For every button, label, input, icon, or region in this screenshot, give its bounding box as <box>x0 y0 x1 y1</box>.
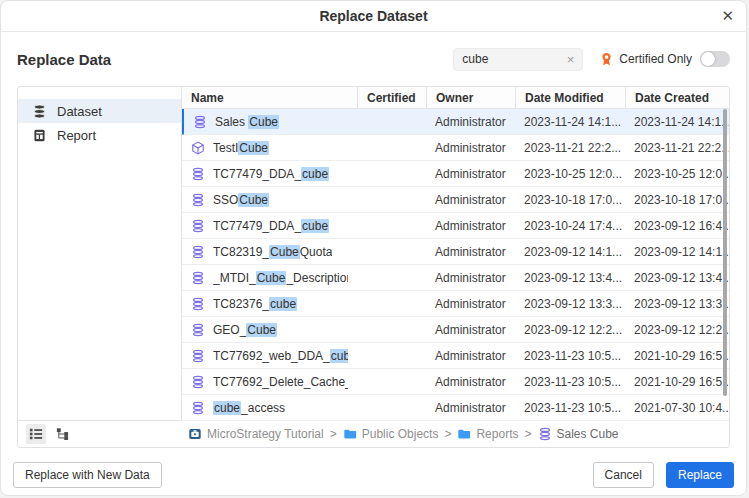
breadcrumb-item[interactable]: MicroStrategy Tutorial <box>188 427 324 441</box>
name-cell: Sales Cube <box>184 115 357 129</box>
column-header-owner[interactable]: Owner <box>426 87 515 108</box>
vertical-scrollbar[interactable] <box>723 109 727 396</box>
object-name: cube_access <box>213 401 285 415</box>
name-cell: TC77479_DDA_cube <box>182 219 357 233</box>
view-switcher <box>18 424 182 444</box>
column-header-certified[interactable]: Certified <box>357 87 426 108</box>
sidebar-item-dataset[interactable]: Dataset <box>18 99 181 123</box>
date-created-cell: 2023-11-21 22:2... <box>625 141 729 155</box>
dataset-icon <box>191 167 205 181</box>
table-row[interactable]: TC77479_DDA_cube Administrator 2023-10-2… <box>182 213 729 239</box>
toolbar: Replace Data × Certified Only <box>17 46 730 72</box>
owner-cell: Administrator <box>426 245 515 259</box>
list-view-button[interactable] <box>26 424 46 444</box>
name-cell: TC77479_DDA_cube <box>182 167 357 181</box>
section-title: Replace Data <box>17 51 111 68</box>
table-row[interactable]: TC77479_DDA_cube Administrator 2023-10-2… <box>182 161 729 187</box>
dialog-header: Replace Dataset ✕ <box>1 1 746 32</box>
replace-with-new-data-button[interactable]: Replace with New Data <box>13 462 162 488</box>
date-created-cell: 2023-10-25 12:0... <box>625 167 729 181</box>
owner-cell: Administrator <box>426 193 515 207</box>
name-cell: TC77692_web_DDA_cube <box>182 349 357 363</box>
dataset-icon <box>191 271 205 285</box>
owner-cell: Administrator <box>426 375 515 389</box>
breadcrumb-item[interactable]: Public Objects <box>343 427 439 441</box>
sidebar-item-report[interactable]: Report <box>18 123 181 147</box>
owner-cell: Administrator <box>426 115 515 129</box>
dataset-icon <box>191 245 205 259</box>
replace-button[interactable]: Replace <box>666 462 734 488</box>
cancel-button[interactable]: Cancel <box>593 462 654 488</box>
date-modified-cell: 2023-10-24 17:4... <box>515 219 625 233</box>
table-body: Sales Cube Administrator 2023-11-24 14:1… <box>182 109 729 421</box>
table-row[interactable]: GEO_Cube Administrator 2023-09-12 12:2..… <box>182 317 729 343</box>
certified-only-toggle[interactable] <box>700 51 730 67</box>
search-match-highlight: cube <box>269 297 297 311</box>
table-row[interactable]: TC77692_web_DDA_cube Administrator 2023-… <box>182 343 729 369</box>
search-match-highlight: cube <box>330 349 348 363</box>
close-icon[interactable]: ✕ <box>721 7 734 25</box>
clear-search-icon[interactable]: × <box>567 52 575 67</box>
owner-cell: Administrator <box>426 167 515 181</box>
table-row[interactable]: cube_access Administrator 2023-11-23 10:… <box>182 395 729 421</box>
table-row[interactable]: Sales Cube Administrator 2023-11-24 14:1… <box>182 109 729 135</box>
search-input[interactable] <box>462 52 562 66</box>
cube-3d-icon <box>191 141 205 155</box>
list-view-icon <box>29 427 43 441</box>
table-row[interactable]: TC82376_cube Administrator 2023-09-12 13… <box>182 291 729 317</box>
column-header-date-created[interactable]: Date Created <box>625 87 729 108</box>
table-row[interactable]: SSOCube Administrator 2023-10-18 17:0...… <box>182 187 729 213</box>
column-header-name[interactable]: Name <box>182 87 357 108</box>
object-name: _MTDI_Cube_Description_... <box>213 271 348 285</box>
breadcrumb-item[interactable]: Sales Cube <box>538 427 619 441</box>
column-header-date-modified[interactable]: Date Modified <box>515 87 625 108</box>
date-modified-cell: 2023-09-12 13:3... <box>515 297 625 311</box>
panel-top: Dataset Report Name Certified Owner Date… <box>18 87 729 420</box>
breadcrumb-separator: > <box>330 427 337 441</box>
project-icon <box>188 427 202 441</box>
owner-cell: Administrator <box>426 401 515 415</box>
date-modified-cell: 2023-10-18 17:0... <box>515 193 625 207</box>
table-row[interactable]: TestICube Administrator 2023-11-21 22:2.… <box>182 135 729 161</box>
name-cell: TC77692_Delete_Cache_D... <box>182 375 357 389</box>
certified-only-group: Certified Only <box>599 51 730 67</box>
date-created-cell: 2023-09-12 13:3... <box>625 297 729 311</box>
owner-cell: Administrator <box>426 323 515 337</box>
table-row[interactable]: _MTDI_Cube_Description_... Administrator… <box>182 265 729 291</box>
name-cell: _MTDI_Cube_Description_... <box>182 271 357 285</box>
object-name: TC77479_DDA_cube <box>213 167 329 181</box>
breadcrumb-item[interactable]: Reports <box>457 427 518 441</box>
type-sidebar: Dataset Report <box>18 87 182 420</box>
name-cell: TC82319_CubeQuota <box>182 245 357 259</box>
panel-bottom-bar: MicroStrategy Tutorial > Public Objects … <box>18 420 729 447</box>
date-created-cell: 2021-10-29 16:5... <box>625 375 729 389</box>
breadcrumb-separator: > <box>444 427 451 441</box>
search-match-highlight: Cube <box>256 271 287 285</box>
date-modified-cell: 2023-11-23 10:5... <box>515 349 625 363</box>
dialog-title: Replace Dataset <box>319 8 427 24</box>
table-row[interactable]: TC77692_Delete_Cache_D... Administrator … <box>182 369 729 395</box>
owner-cell: Administrator <box>426 271 515 285</box>
search-match-highlight: Cube <box>248 115 279 129</box>
search-match-highlight: cube <box>301 167 329 181</box>
dataset-icon <box>191 297 205 311</box>
name-cell: TestICube <box>182 141 357 155</box>
breadcrumb-label: MicroStrategy Tutorial <box>207 427 324 441</box>
table-row[interactable]: TC82319_CubeQuota Administrator 2023-09-… <box>182 239 729 265</box>
browser-panel: Dataset Report Name Certified Owner Date… <box>17 86 730 448</box>
date-created-cell: 2023-09-12 12:2... <box>625 323 729 337</box>
dataset-icon <box>191 349 205 363</box>
name-cell: GEO_Cube <box>182 323 357 337</box>
dataset-icon <box>191 401 205 415</box>
tree-view-button[interactable] <box>53 424 73 444</box>
dataset-icon <box>193 115 207 129</box>
date-modified-cell: 2023-09-12 12:2... <box>515 323 625 337</box>
owner-cell: Administrator <box>426 141 515 155</box>
folder-icon <box>343 427 357 441</box>
name-cell: TC82376_cube <box>182 297 357 311</box>
owner-cell: Administrator <box>426 297 515 311</box>
date-created-cell: 2023-11-24 14:1... <box>625 115 729 129</box>
search-match-highlight: Cube <box>238 193 269 207</box>
object-name: TC77479_DDA_cube <box>213 219 329 233</box>
search-match-highlight: cube <box>301 219 329 233</box>
